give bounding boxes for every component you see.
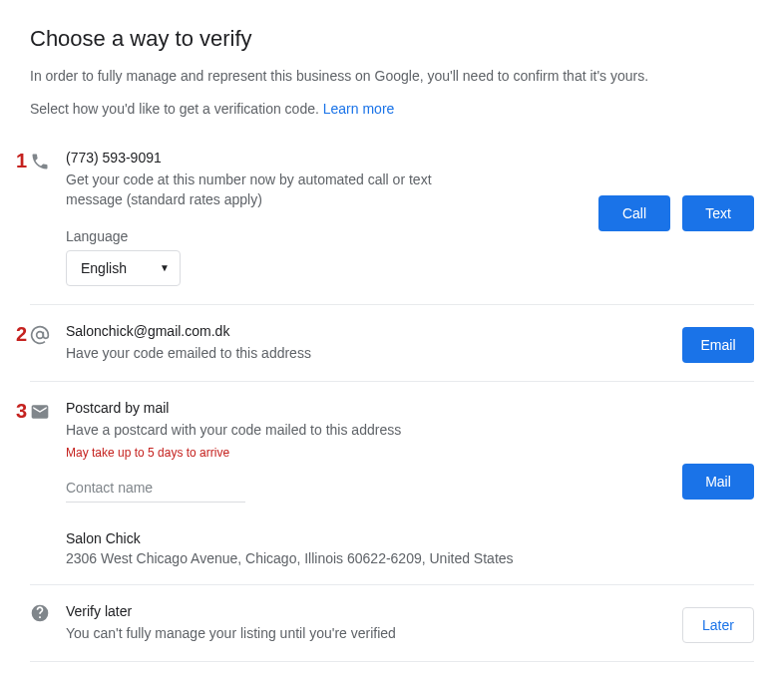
learn-more-link[interactable]: Learn more <box>323 101 395 117</box>
email-body: Salonchick@gmail.com.dk Have your code e… <box>66 323 670 363</box>
phone-number: (773) 593-9091 <box>66 150 587 166</box>
text-button[interactable]: Text <box>682 195 754 231</box>
mail-body: Postcard by mail Have a postcard with yo… <box>66 400 670 566</box>
phone-body: (773) 593-9091 Get your code at this num… <box>66 150 587 286</box>
intro-prefix: Select how you'd like to get a verificat… <box>30 101 323 117</box>
mail-button[interactable]: Mail <box>682 464 754 500</box>
verify-option-phone: 1 (773) 593-9091 Get your code at this n… <box>30 132 754 305</box>
language-select[interactable]: English ▼ <box>66 250 181 286</box>
email-actions: Email <box>682 323 754 363</box>
verify-option-later: Verify later You can't fully manage your… <box>30 585 754 662</box>
phone-desc: Get your code at this number now by auto… <box>66 169 455 210</box>
mail-actions: Mail <box>682 400 754 566</box>
business-name: Salon Chick <box>66 530 670 546</box>
language-block: Language English ▼ <box>66 228 587 286</box>
later-actions: Later <box>682 603 754 643</box>
later-button[interactable]: Later <box>682 607 754 643</box>
language-value: English <box>81 260 127 276</box>
mail-desc: Have a postcard with your code mailed to… <box>66 420 670 440</box>
phone-actions: Call Text <box>598 150 754 286</box>
phone-icon <box>30 150 54 286</box>
verify-option-mail: 3 Postcard by mail Have a postcard with … <box>30 382 754 585</box>
later-desc: You can't fully manage your listing unti… <box>66 623 670 643</box>
mail-warning: May take up to 5 days to arrive <box>66 446 670 460</box>
call-button[interactable]: Call <box>598 195 670 231</box>
help-icon <box>30 603 54 643</box>
intro-line-1: In order to fully manage and represent t… <box>30 66 754 87</box>
at-icon <box>30 323 54 363</box>
later-title: Verify later <box>66 603 670 619</box>
address-line: 2306 West Chicago Avenue, Chicago, Illin… <box>66 550 670 566</box>
mail-title: Postcard by mail <box>66 400 670 416</box>
email-desc: Have your code emailed to this address <box>66 343 455 363</box>
mail-icon <box>30 400 54 566</box>
address-block: Salon Chick 2306 West Chicago Avenue, Ch… <box>66 530 670 566</box>
language-label: Language <box>66 228 587 244</box>
annotation-2: 2 <box>16 323 27 346</box>
email-button[interactable]: Email <box>682 327 754 363</box>
contact-name-input[interactable] <box>66 474 245 503</box>
annotation-1: 1 <box>16 150 27 172</box>
intro-line-2: Select how you'd like to get a verificat… <box>30 99 754 120</box>
verify-option-email: 2 Salonchick@gmail.com.dk Have your code… <box>30 305 754 382</box>
svg-point-0 <box>37 331 44 338</box>
later-body: Verify later You can't fully manage your… <box>66 603 670 643</box>
annotation-3: 3 <box>16 400 27 423</box>
chevron-down-icon: ▼ <box>160 262 170 273</box>
page-title: Choose a way to verify <box>30 26 754 52</box>
email-address: Salonchick@gmail.com.dk <box>66 323 670 339</box>
